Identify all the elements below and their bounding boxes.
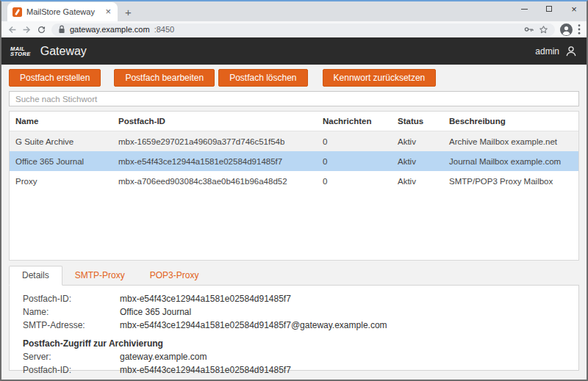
delete-mailbox-button[interactable]: Postfach löschen: [218, 69, 307, 87]
cell-description: Archive Mailbox example.net: [443, 137, 578, 146]
cell-status: Aktiv: [392, 137, 443, 146]
edit-mailbox-button[interactable]: Postfach bearbeiten: [114, 69, 215, 87]
cell-status: Aktiv: [392, 157, 443, 166]
browser-menu-icon[interactable]: [578, 24, 581, 35]
tab-pop3-proxy[interactable]: POP3-Proxy: [137, 266, 212, 285]
refresh-icon[interactable]: [37, 25, 46, 35]
mailstore-logo: MAIL STORE: [10, 46, 31, 57]
cell-id: mbx-a706eed903084c38ae0b461b96a48d52: [112, 177, 317, 186]
reset-password-button[interactable]: Kennwort zurücksetzen: [323, 69, 437, 87]
field-label: Postfach-ID:: [23, 363, 120, 377]
cell-description: SMTP/POP3 Proxy Mailbox: [443, 177, 578, 186]
cell-id: mbx-1659e297021a49609a377d746c51f54b: [112, 137, 317, 146]
window-maximize-button[interactable]: [537, 0, 562, 18]
cell-id: mbx-e54f43ce12944a1581e02584d91485f7: [112, 157, 317, 166]
create-mailbox-button[interactable]: Postfach erstellen: [9, 69, 101, 87]
column-header-description: Beschreibung: [443, 117, 578, 126]
tab-details[interactable]: Details: [9, 266, 62, 286]
detail-field: Postfach-ID: mbx-e54f43ce12944a1581e0258…: [23, 363, 565, 377]
table-row[interactable]: G Suite Archive mbx-1659e297021a49609a37…: [10, 131, 578, 151]
browser-toolbar: gateway.example.com:8450: [1, 21, 587, 37]
logo-text-bottom: STORE: [10, 51, 31, 57]
cell-name: G Suite Archive: [10, 137, 112, 146]
window-minimize-button[interactable]: [512, 0, 537, 18]
minimize-icon: [521, 9, 528, 10]
table-header-row: Name Postfach-ID Nachrichten Status Besc…: [10, 112, 578, 131]
field-label: SMTP-Adresse:: [23, 319, 120, 332]
field-value: gateway.example.com: [120, 350, 207, 363]
tab-title: MailStore Gateway: [26, 7, 99, 16]
cell-messages: 0: [317, 157, 392, 166]
column-header-name: Name: [10, 117, 112, 126]
column-header-id: Postfach-ID: [112, 117, 317, 126]
field-value: mbx-e54f43ce12944a1581e02584d91485f7: [120, 292, 291, 305]
field-value: Office 365 Journal: [120, 305, 191, 319]
field-label: Server:: [23, 350, 120, 363]
detail-field: Postfach-ID: mbx-e54f43ce12944a1581e0258…: [23, 292, 565, 305]
cell-status: Aktiv: [392, 177, 443, 186]
action-button-row: Postfach erstellen Postfach bearbeiten P…: [9, 69, 579, 87]
window-close-button[interactable]: ×: [562, 0, 587, 18]
tab-smtp-proxy[interactable]: SMTP-Proxy: [62, 266, 137, 285]
user-person-icon[interactable]: [564, 45, 578, 58]
bookmark-star-icon[interactable]: [539, 25, 548, 35]
column-header-messages: Nachrichten: [317, 117, 392, 126]
cell-messages: 0: [317, 177, 392, 186]
browser-tab-strip: MailStore Gateway × + ×: [1, 1, 587, 21]
cell-name: Office 365 Journal: [10, 157, 112, 166]
search-input[interactable]: [9, 91, 579, 106]
url-port: :8450: [154, 25, 175, 34]
browser-tab[interactable]: MailStore Gateway ×: [7, 2, 118, 21]
table-row[interactable]: Proxy mbx-a706eed903084c38ae0b461b96a48d…: [10, 171, 578, 191]
logged-in-user[interactable]: admin: [535, 46, 559, 57]
field-value: mbx-e54f43ce12944a1581e02584d91485f7@gat…: [120, 319, 387, 332]
url-host: gateway.example.com: [70, 25, 150, 34]
field-label: Name:: [23, 305, 120, 319]
detail-field: SMTP-Adresse: mbx-e54f43ce12944a1581e025…: [23, 319, 565, 332]
tab-close-icon[interactable]: ×: [104, 7, 112, 16]
details-panel: Postfach-ID: mbx-e54f43ce12944a1581e0258…: [9, 286, 579, 371]
product-title: Gateway: [40, 45, 87, 58]
column-header-status: Status: [392, 117, 443, 126]
app-header: MAIL STORE Gateway admin: [1, 37, 587, 65]
back-icon[interactable]: [7, 25, 17, 35]
mailstore-favicon-icon: [12, 7, 22, 17]
new-tab-button[interactable]: +: [118, 6, 139, 21]
password-key-icon[interactable]: [524, 25, 534, 34]
window-controls: ×: [512, 0, 587, 18]
detail-field: Server: gateway.example.com: [23, 350, 565, 363]
archive-access-heading: Postfach-Zugriff zur Archivierung: [23, 337, 565, 350]
field-label: Postfach-ID:: [23, 292, 120, 305]
url-bar[interactable]: gateway.example.com:8450: [51, 23, 555, 36]
profile-avatar-icon[interactable]: [560, 23, 573, 36]
detail-field: Name: Office 365 Journal: [23, 305, 565, 319]
browser-window: MailStore Gateway × + × gateway.example.…: [0, 0, 588, 381]
table-row-selected[interactable]: Office 365 Journal mbx-e54f43ce12944a158…: [10, 151, 578, 171]
forward-icon[interactable]: [22, 25, 32, 35]
cell-description: Journal Mailbox example.com: [443, 157, 578, 166]
detail-tab-bar: Details SMTP-Proxy POP3-Proxy: [9, 266, 579, 286]
field-value: mbx-e54f43ce12944a1581e02584d91485f7: [120, 363, 291, 377]
cell-messages: 0: [317, 137, 392, 146]
cell-name: Proxy: [10, 177, 112, 186]
maximize-icon: [546, 6, 552, 12]
main-content: Postfach erstellen Postfach bearbeiten P…: [1, 65, 587, 380]
lock-icon[interactable]: [58, 25, 65, 34]
mailbox-table: Name Postfach-ID Nachrichten Status Besc…: [9, 111, 579, 261]
